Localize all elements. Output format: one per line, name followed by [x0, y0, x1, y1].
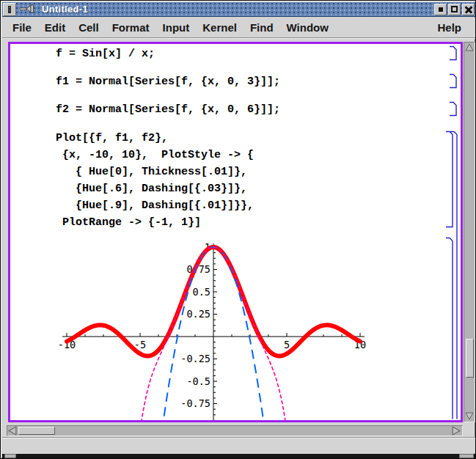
svg-text:-0.5: -0.5: [186, 375, 210, 387]
cell-brackets-layer[interactable]: [443, 44, 461, 420]
close-button[interactable]: [462, 4, 475, 15]
plot-cell-line-2[interactable]: {x, -10, 10}, PlotStyle -> {: [56, 149, 254, 162]
scroll-down-button[interactable]: [465, 411, 474, 420]
maximize-button[interactable]: [448, 4, 461, 15]
plot-cell-line-5[interactable]: {Hue[.9], Dashing[{.01}]}},: [56, 199, 254, 213]
scroll-up-button[interactable]: [465, 43, 474, 52]
vertical-scrollbar[interactable]: [464, 42, 475, 422]
menu-input[interactable]: Input: [156, 18, 197, 37]
scroll-left-button[interactable]: [8, 426, 18, 436]
plot-cell-line-1[interactable]: Plot[{f, f1, f2},: [56, 132, 168, 145]
menu-cell[interactable]: Cell: [72, 18, 106, 37]
menu-help[interactable]: Help: [431, 18, 468, 37]
plot-cell-line-6[interactable]: PlotRange -> {-1, 1}]: [56, 216, 201, 230]
vertical-scroll-thumb[interactable]: [466, 339, 474, 378]
window-menu-button[interactable]: [3, 3, 16, 16]
window-title: Untitled-1: [39, 4, 91, 15]
plot-graphic: -10-5510-0.75-0.5-0.250.250.50.751: [10, 237, 461, 420]
minimize-icon: [439, 7, 443, 12]
maximize-icon: [451, 6, 458, 12]
plot-cell-line-3[interactable]: { Hue[0], Thickness[.01]},: [56, 166, 247, 179]
plot-cell-line-4[interactable]: {Hue[.6], Dashing[{.03}]},: [56, 183, 247, 196]
menu-file[interactable]: File: [6, 18, 38, 37]
close-icon: [465, 6, 472, 13]
status-bar: [2, 437, 475, 453]
notebook-content[interactable]: f = Sin[x] / x; f1 = Normal[Series[f, {x…: [10, 44, 461, 420]
menu-format[interactable]: Format: [106, 18, 156, 37]
svg-text:0.5: 0.5: [193, 286, 210, 298]
notebook-frame: f = Sin[x] / x; f1 = Normal[Series[f, {x…: [8, 42, 463, 422]
mathematica-window: Untitled-1 File Edit Cell Format Input K…: [0, 0, 476, 459]
input-cell-f1[interactable]: f1 = Normal[Series[f, {x, 0, 3}]];: [56, 76, 280, 89]
svg-text:-0.75: -0.75: [180, 397, 210, 409]
menubar: File Edit Cell Format Input Kernel Find …: [2, 18, 475, 38]
menu-edit[interactable]: Edit: [38, 18, 72, 37]
horizontal-scrollbar[interactable]: [7, 425, 463, 436]
pushpin-icon: [20, 3, 34, 16]
minimize-button[interactable]: [434, 4, 447, 15]
svg-text:-0.25: -0.25: [180, 353, 210, 364]
scroll-right-button[interactable]: [451, 426, 461, 436]
svg-text:0.25: 0.25: [186, 308, 210, 320]
menu-find[interactable]: Find: [244, 18, 280, 37]
resize-grip-left[interactable]: [4, 454, 16, 458]
titlebar[interactable]: Untitled-1: [2, 2, 475, 17]
window-bottom-frame: [2, 454, 475, 458]
resize-grip-right[interactable]: [459, 454, 474, 458]
menu-window[interactable]: Window: [280, 18, 335, 37]
menu-kernel[interactable]: Kernel: [196, 18, 244, 37]
svg-text:5: 5: [284, 339, 290, 350]
window-menu-icon: [8, 6, 11, 13]
input-cell-f[interactable]: f = Sin[x] / x;: [56, 48, 155, 61]
input-cell-f2[interactable]: f2 = Normal[Series[f, {x, 0, 6}]];: [56, 103, 280, 117]
horizontal-scroll-thumb[interactable]: [18, 427, 55, 435]
